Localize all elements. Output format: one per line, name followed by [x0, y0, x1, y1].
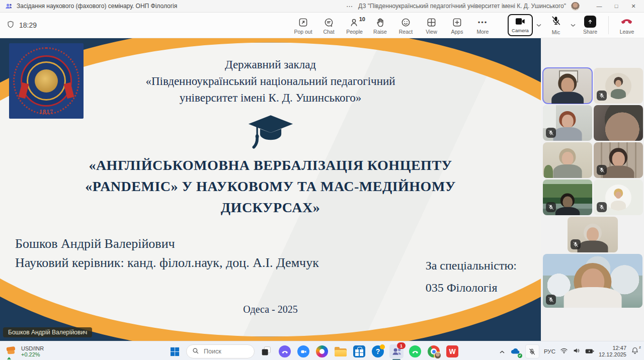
date: 12.12.2025 [599, 351, 626, 357]
share-icon [584, 16, 596, 28]
task-view-button[interactable] [259, 344, 273, 358]
participant-tile[interactable] [594, 179, 643, 215]
share-button[interactable]: Share [579, 16, 601, 35]
participant-tile[interactable] [543, 142, 592, 178]
people-icon [349, 17, 360, 28]
mic-off-badge-icon [546, 295, 556, 305]
onedrive-icon[interactable] [510, 346, 521, 357]
presenter-name-label: Бошков Андрій Валерійович [3, 327, 92, 337]
widgets-icon [5, 345, 17, 357]
author-block: Бошков Андрій Валерійович Науковий керів… [15, 234, 319, 273]
participants-sidebar [541, 38, 644, 341]
taskbar-clock[interactable]: 12:47 12.12.2025 [599, 345, 626, 358]
tray-mic-icon[interactable] [525, 344, 539, 358]
people-count-badge: 10 [359, 16, 365, 22]
meeting-name: ДЗ "Південноукраїнський педагогічний уні… [358, 3, 566, 10]
start-button[interactable] [168, 344, 182, 358]
language-indicator[interactable]: РУС [544, 348, 555, 354]
avatar [605, 185, 631, 211]
toolbar-divider [608, 16, 609, 34]
shared-content-stage: 1817 Державний заклад «Південноукраїнськ… [0, 38, 541, 341]
viber-icon[interactable] [278, 344, 292, 358]
bell-icon[interactable]: z [631, 346, 639, 356]
people-button[interactable]: 10 People [343, 15, 366, 36]
participant-tile[interactable] [594, 142, 643, 178]
copilot-icon[interactable] [315, 344, 329, 358]
shield-icon [6, 20, 15, 31]
react-button[interactable]: React [394, 15, 418, 36]
avatar[interactable] [571, 2, 580, 11]
widgets-button[interactable]: USD/INR +0.22% [5, 345, 44, 357]
presentation-slide: 1817 Державний заклад «Південноукраїнськ… [0, 38, 541, 341]
author-name: Бошков Андрій Валерійович [15, 234, 319, 253]
chrome-profile-avatar [434, 352, 441, 359]
volume-icon[interactable] [573, 347, 581, 356]
popout-button[interactable]: Pop out [291, 15, 315, 36]
titlebar-more-icon[interactable]: ⋯ [346, 3, 353, 10]
notification-badge: 1 [397, 342, 406, 349]
popout-icon [298, 17, 308, 28]
more-button[interactable]: ••• More [471, 15, 495, 36]
supervisor-line: Науковий керівник: канд. філол.наук, доц… [15, 253, 319, 273]
participant-tile[interactable] [543, 105, 592, 141]
apps-button[interactable]: Apps [445, 15, 469, 36]
mic-chevron-down-icon[interactable] [570, 23, 576, 27]
mic-off-badge-icon [546, 128, 556, 138]
teams-logo-icon [5, 3, 13, 10]
close-button[interactable]: ✕ [625, 1, 642, 12]
more-icon: ••• [478, 17, 488, 28]
participant-tile[interactable] [543, 68, 592, 104]
participant-tile[interactable] [543, 179, 592, 215]
battery-icon[interactable] [585, 347, 594, 356]
mic-off-badge-icon [546, 202, 556, 212]
get-help-icon[interactable]: ? [371, 344, 385, 358]
widget-change: +0.22% [21, 351, 44, 357]
widget-currency-pair: USD/INR [21, 345, 44, 351]
taskbar-search[interactable] [186, 344, 255, 358]
leave-button[interactable]: Leave [616, 16, 638, 35]
graduation-cap-icon [247, 113, 295, 152]
tab-title: Засідання наукового (фахового) семінару.… [17, 3, 177, 10]
search-icon [192, 347, 199, 356]
participant-tile[interactable] [594, 105, 643, 141]
whatsapp-icon[interactable] [408, 344, 422, 358]
camera-button[interactable]: Camera [508, 14, 533, 36]
participant-tile[interactable] [594, 68, 643, 104]
raise-hand-button[interactable]: Raise [368, 15, 392, 36]
teams-meeting-window: Засідання наукового (фахового) семінару.… [0, 0, 644, 360]
view-button[interactable]: View [420, 15, 443, 36]
ms-store-icon[interactable] [352, 344, 366, 358]
slide-title: «АНГЛІЙСЬКОМОВНА ВЕРБАЛІЗАЦІЯ КОНЦЕПТУ «… [0, 155, 541, 218]
specialty-block: За спеціальністю: 035 Філологія [426, 254, 517, 299]
raise-hand-icon [375, 17, 385, 28]
participant-tile[interactable] [543, 254, 642, 308]
search-input[interactable] [203, 347, 250, 355]
mic-off-badge-icon [597, 91, 607, 101]
file-explorer-icon[interactable] [334, 344, 348, 358]
maximize-button[interactable]: □ [608, 1, 625, 12]
tray-chevron-icon[interactable] [499, 347, 505, 356]
mic-off-badge-icon [571, 239, 581, 249]
chat-icon [324, 17, 334, 28]
camera-chevron-down-icon[interactable] [536, 23, 542, 27]
react-icon [400, 17, 411, 28]
wps-icon[interactable]: W [445, 344, 459, 358]
windows-taskbar: USD/INR +0.22% [0, 341, 644, 360]
mic-off-badge-icon [597, 165, 607, 175]
chrome-icon[interactable] [427, 344, 441, 358]
slide-footer: Одеса - 2025 [0, 304, 541, 315]
participant-tile[interactable] [568, 217, 618, 252]
meeting-toolbar: 18:29 Pop out Chat 10 People Raise [0, 13, 644, 38]
apps-icon [452, 17, 462, 28]
wifi-icon[interactable] [560, 347, 568, 356]
chat-button[interactable]: Chat [317, 15, 341, 36]
view-icon [426, 17, 437, 28]
minimize-button[interactable]: — [591, 1, 608, 12]
mic-off-badge-icon [597, 202, 607, 212]
camera-icon [515, 18, 525, 27]
mic-button[interactable]: Mic [545, 15, 567, 35]
teams-icon[interactable]: 1 [389, 344, 404, 358]
emblem-year: 1817 [9, 108, 84, 116]
zoom-icon[interactable] [296, 344, 310, 358]
mic-muted-icon [550, 15, 561, 28]
